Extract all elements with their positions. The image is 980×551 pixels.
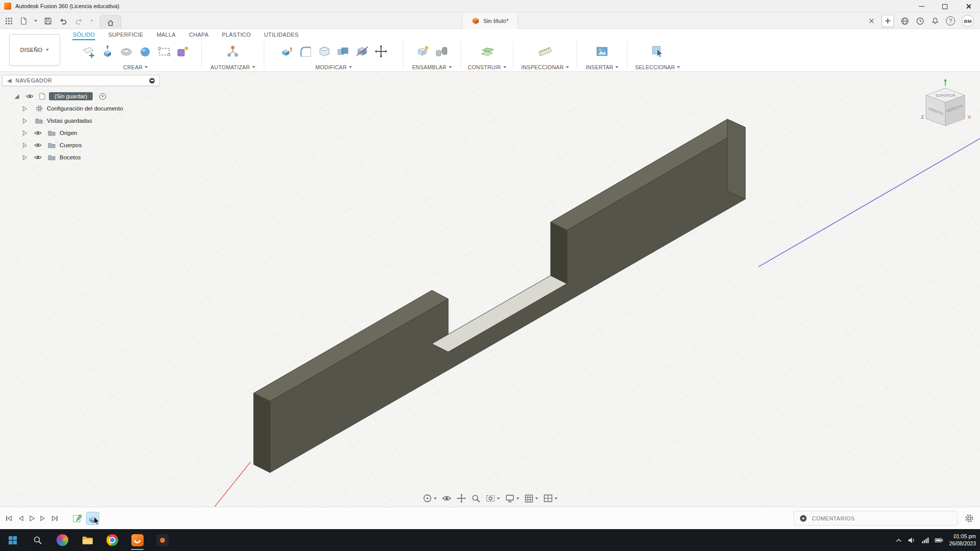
comments-bar[interactable]: COMENTARIOS (794, 511, 958, 526)
document-tab[interactable]: Sin título* (462, 13, 518, 29)
browser-item-origen[interactable]: Origen (2, 127, 160, 139)
expander-icon[interactable] (22, 118, 27, 124)
construction-plane-icon[interactable] (479, 44, 495, 59)
undo-icon[interactable] (59, 17, 68, 25)
start-button[interactable] (0, 529, 25, 551)
pattern-icon[interactable] (175, 44, 190, 59)
browser-item-vistas[interactable]: Vistas guardadas (2, 115, 160, 127)
timeline-play-icon[interactable] (29, 515, 35, 522)
expander-icon[interactable] (22, 130, 27, 136)
browser-header[interactable]: ◀ NAVEGADOR (2, 75, 160, 86)
tab-plastico[interactable]: PLÁSTICO (222, 30, 252, 40)
search-button[interactable] (25, 529, 50, 551)
automate-icon[interactable] (225, 44, 240, 59)
file-menu-icon[interactable] (19, 17, 28, 25)
look-at-icon[interactable] (442, 495, 452, 502)
activate-component-icon[interactable] (99, 93, 106, 100)
browser-root-row[interactable]: (Sin guardar) (2, 90, 160, 102)
press-pull-icon[interactable] (279, 44, 294, 59)
model-body[interactable] (254, 119, 745, 473)
collapse-panel-icon[interactable]: ◀ (7, 77, 11, 84)
expander-icon[interactable] (22, 143, 27, 148)
group-label-seleccionar[interactable]: SELECCIONAR (631, 64, 684, 72)
help-button[interactable]: ? (946, 16, 955, 25)
data-panel-home-tab[interactable] (100, 15, 121, 29)
move-icon[interactable] (373, 44, 389, 59)
timeline-settings-gear-icon[interactable] (965, 514, 974, 523)
tab-solido[interactable]: SÓLIDO (72, 30, 95, 40)
create-sketch-icon[interactable] (81, 44, 96, 59)
unsaved-document-label[interactable]: (Sin guardar) (49, 92, 93, 100)
close-tab-icon[interactable] (868, 17, 875, 24)
workspace-switcher[interactable]: DISEÑO (9, 34, 60, 66)
minimize-button[interactable] (910, 0, 933, 13)
grid-snap-icon[interactable] (525, 494, 538, 503)
measure-icon[interactable] (537, 44, 553, 59)
sweep-icon[interactable] (138, 44, 153, 59)
battery-icon[interactable] (935, 537, 943, 543)
beam-front-face[interactable] (270, 127, 745, 473)
tab-chapa[interactable]: CHAPA (188, 30, 209, 40)
new-tab-button[interactable] (882, 15, 894, 27)
joint-icon[interactable] (434, 44, 449, 59)
primitive-box-icon[interactable] (156, 44, 172, 59)
notifications-bell-icon[interactable] (931, 17, 939, 25)
web-home-icon[interactable] (901, 17, 909, 25)
beam-right-end-face[interactable] (727, 119, 745, 199)
combine-icon[interactable] (336, 44, 351, 59)
file-menu-caret-icon[interactable] (34, 20, 37, 22)
fillet-icon[interactable] (298, 44, 313, 59)
maximize-button[interactable] (933, 0, 957, 13)
file-explorer-icon[interactable] (75, 529, 100, 551)
group-label-inspeccionar[interactable]: INSPECCIONAR (517, 64, 573, 72)
colorful-app-icon[interactable] (50, 529, 75, 551)
volume-icon[interactable] (908, 537, 916, 544)
visibility-eye-icon[interactable] (34, 155, 42, 160)
group-label-ensamblar[interactable]: ENSAMBLAR (407, 64, 457, 72)
close-button[interactable] (957, 0, 980, 13)
timeline-step-back-icon[interactable] (17, 515, 24, 522)
insert-image-icon[interactable] (594, 44, 610, 59)
expander-icon[interactable] (22, 106, 27, 112)
zoom-icon[interactable] (472, 494, 481, 503)
network-icon[interactable] (921, 537, 929, 543)
taskbar-clock[interactable]: 01:05 pm 26/08/2023 (949, 533, 976, 547)
orbit-icon[interactable] (423, 493, 437, 503)
group-label-insertar[interactable]: INSERTAR (581, 64, 623, 72)
redo-icon[interactable] (74, 17, 84, 25)
group-label-construir[interactable]: CONSTRUIR (465, 64, 509, 72)
panel-options-icon[interactable] (149, 78, 155, 84)
root-expander-icon[interactable] (14, 94, 19, 99)
tray-chevron-up-icon[interactable] (895, 538, 902, 543)
browser-item-cuerpos[interactable]: Cuerpos (2, 139, 160, 151)
visibility-eye-icon[interactable] (34, 130, 42, 135)
fusion-360-taskbar-icon[interactable] (125, 529, 150, 551)
fit-view-icon[interactable] (486, 494, 500, 503)
tab-utilidades[interactable]: UTILIDADES (263, 30, 299, 40)
notch-wall-face[interactable] (551, 222, 567, 284)
timeline-step-forward-icon[interactable] (40, 515, 46, 522)
app-grid-icon[interactable] (5, 17, 13, 25)
pan-icon[interactable] (457, 493, 467, 503)
expander-icon[interactable] (22, 155, 27, 160)
group-label-crear[interactable]: CREAR (73, 64, 198, 72)
timeline-skip-end-icon[interactable] (51, 515, 59, 522)
browser-item-bocetos[interactable]: Bocetos (2, 151, 160, 163)
revolve-icon[interactable] (119, 44, 134, 59)
job-status-icon[interactable] (916, 17, 924, 25)
model-viewport[interactable]: ◀ NAVEGADOR (Sin guardar) Configuración … (0, 72, 980, 529)
account-avatar[interactable]: BM (962, 15, 974, 27)
redo-caret-icon[interactable] (90, 20, 93, 22)
timeline-skip-start-icon[interactable] (5, 515, 13, 522)
media-app-icon[interactable] (150, 529, 175, 551)
split-body-icon[interactable] (355, 44, 370, 59)
browser-item-configuracion[interactable]: Configuración del documento (2, 102, 160, 115)
visibility-eye-icon[interactable] (26, 94, 34, 99)
chrome-icon[interactable] (100, 529, 125, 551)
save-icon[interactable] (44, 17, 52, 25)
shell-icon[interactable] (317, 44, 332, 59)
view-cube[interactable]: SUPERIOR FRONTAL DERECHA Z X (917, 78, 974, 140)
select-icon[interactable] (650, 44, 665, 59)
group-label-modificar[interactable]: MODIFICAR (268, 64, 399, 72)
new-component-icon[interactable] (415, 44, 430, 59)
